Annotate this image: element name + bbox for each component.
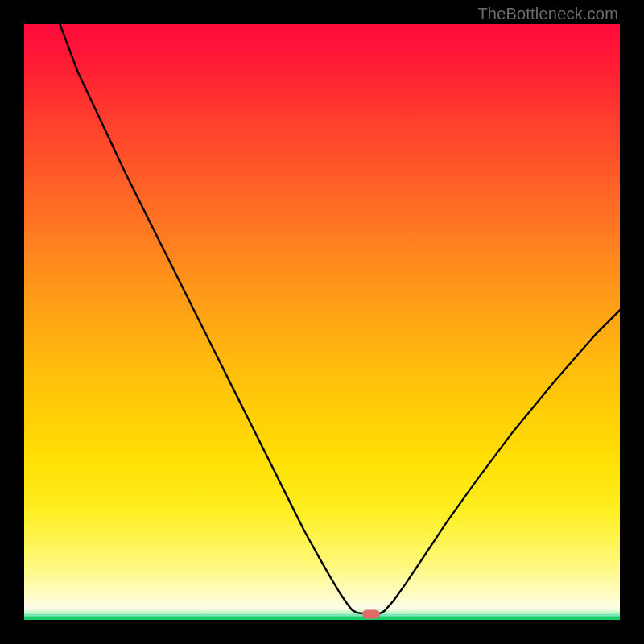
chart-frame: TheBottleneck.com [0, 0, 644, 644]
bottleneck-curve [60, 24, 620, 613]
plot-area [24, 24, 620, 620]
min-marker [362, 609, 380, 618]
curve-layer [24, 24, 620, 620]
watermark-label: TheBottleneck.com [477, 5, 618, 23]
